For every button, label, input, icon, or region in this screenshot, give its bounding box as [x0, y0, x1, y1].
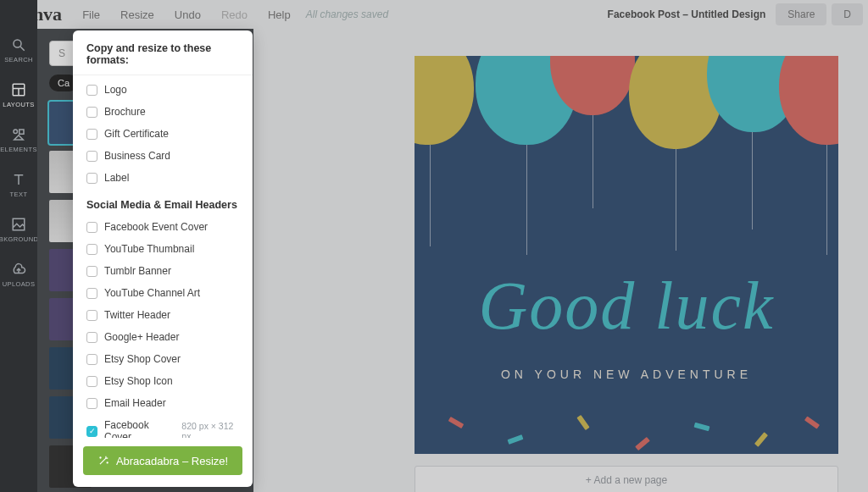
text-icon [11, 172, 26, 187]
format-option[interactable]: Etsy Shop Icon [80, 370, 246, 392]
confetti [635, 437, 650, 451]
format-option[interactable]: Label [80, 167, 246, 189]
format-option[interactable]: YouTube Thumbnail [80, 238, 246, 260]
rail-layouts[interactable]: LAYOUTS [3, 82, 34, 108]
format-option[interactable]: Brochure [80, 101, 246, 123]
format-dimensions: 820 px × 312 px [181, 421, 239, 438]
format-option[interactable]: Business Card [80, 145, 246, 167]
magic-wand-icon [97, 455, 109, 467]
popup-footer: Abracadabra – Resize! [73, 438, 253, 487]
rail-elements[interactable]: ELEMENTS [0, 127, 37, 153]
format-label: Label [104, 172, 129, 184]
save-status: All changes saved [306, 8, 388, 20]
balloon-string [752, 132, 753, 229]
format-list[interactable]: Logo Brochure Gift Certificate Business … [73, 75, 253, 438]
checkbox[interactable] [86, 85, 97, 96]
left-rail: SEARCH LAYOUTS ELEMENTS TEXT BKGROUND UP… [0, 0, 37, 492]
rail-label: SEARCH [4, 56, 33, 64]
confetti [804, 416, 820, 428]
subline-text[interactable]: ON YOUR NEW ADVENTURE [415, 368, 838, 381]
artboard[interactable]: Good luck ON YOUR NEW ADVENTURE [415, 56, 838, 454]
rail-label: BKGROUND [0, 235, 38, 243]
confetti [576, 415, 589, 430]
section-header: Social Media & Email Headers [80, 189, 246, 216]
svg-point-5 [14, 130, 18, 134]
balloon-shape [415, 56, 474, 145]
rail-background[interactable]: BKGROUND [0, 217, 38, 243]
format-option[interactable]: Gift Certificate [80, 123, 246, 145]
checkbox[interactable] [86, 376, 97, 387]
format-label: Email Header [104, 397, 166, 409]
balloon-string [826, 145, 827, 255]
format-label: YouTube Thumbnail [104, 243, 194, 255]
menu-file[interactable]: File [72, 8, 110, 21]
document-title[interactable]: Facebook Post – Untitled Design [608, 8, 776, 20]
confetti [694, 423, 710, 431]
balloon-string [676, 149, 676, 251]
rail-label: LAYOUTS [3, 101, 34, 108]
resize-dropdown: Copy and resize to these formats: Logo B… [73, 30, 253, 487]
headline-text[interactable]: Good luck [415, 268, 838, 345]
rail-search[interactable]: SEARCH [4, 37, 33, 64]
format-option[interactable]: Email Header [80, 392, 246, 414]
format-option[interactable]: Tumblr Banner [80, 260, 246, 282]
rail-uploads[interactable]: UPLOADS [3, 262, 36, 288]
download-button[interactable]: D [832, 3, 863, 25]
menu-redo: Redo [211, 8, 258, 21]
format-option[interactable]: Logo [80, 79, 246, 101]
checkbox[interactable] [86, 332, 97, 343]
svg-point-12 [100, 457, 101, 458]
format-label: Brochure [104, 106, 146, 118]
svg-marker-7 [14, 135, 24, 140]
format-option[interactable]: Google+ Header [80, 326, 246, 348]
svg-line-1 [20, 47, 25, 51]
checkbox[interactable] [86, 222, 97, 233]
checkbox[interactable] [86, 107, 97, 118]
canvas-area: Good luck ON YOUR NEW ADVENTURE + Add a … [253, 29, 868, 492]
format-label: Twitter Header [104, 309, 170, 321]
checkbox[interactable] [86, 398, 97, 409]
checkbox[interactable] [86, 244, 97, 255]
format-option[interactable]: Etsy Shop Cover [80, 348, 246, 370]
format-label: Facebook Cover [104, 419, 171, 438]
format-option[interactable]: Facebook Cover820 px × 312 px [80, 414, 246, 438]
rail-label: TEXT [10, 191, 28, 198]
confetti [754, 432, 768, 447]
format-option[interactable]: YouTube Channel Art [80, 282, 246, 304]
format-label: Etsy Shop Icon [104, 375, 173, 387]
menu-undo[interactable]: Undo [164, 8, 211, 21]
format-option[interactable]: Facebook Event Cover [80, 216, 246, 238]
checkbox[interactable] [86, 288, 97, 299]
balloon-string [526, 145, 527, 255]
checkbox[interactable] [86, 310, 97, 321]
format-option[interactable]: Twitter Header [80, 304, 246, 326]
format-label: Tumblr Banner [104, 265, 171, 277]
menu-help[interactable]: Help [258, 8, 301, 21]
rail-text[interactable]: TEXT [10, 172, 28, 198]
checkbox[interactable] [86, 129, 97, 140]
resize-button-label: Abracadabra – Resize! [116, 455, 228, 467]
checkbox[interactable] [86, 173, 97, 184]
checkbox[interactable] [86, 266, 97, 277]
balloon-string [430, 145, 431, 246]
resize-button[interactable]: Abracadabra – Resize! [83, 446, 242, 475]
checkbox[interactable] [86, 426, 97, 437]
elements-icon [11, 127, 26, 142]
svg-point-0 [14, 40, 21, 47]
share-button[interactable]: Share [776, 3, 826, 25]
svg-point-13 [107, 462, 108, 463]
format-label: Etsy Shop Cover [104, 353, 181, 365]
balloon-shape [779, 56, 838, 145]
menu-resize[interactable]: Resize [110, 8, 164, 21]
format-label: YouTube Channel Art [104, 287, 200, 299]
confetti [448, 417, 465, 428]
svg-rect-6 [19, 130, 24, 134]
checkbox[interactable] [86, 151, 97, 162]
format-label: Facebook Event Cover [104, 221, 208, 233]
add-page-button[interactable]: + Add a new page [415, 466, 838, 492]
rail-label: ELEMENTS [0, 146, 37, 153]
format-label: Gift Certificate [104, 128, 169, 140]
format-label: Google+ Header [104, 331, 179, 343]
checkbox[interactable] [86, 354, 97, 365]
confetti [508, 434, 524, 445]
